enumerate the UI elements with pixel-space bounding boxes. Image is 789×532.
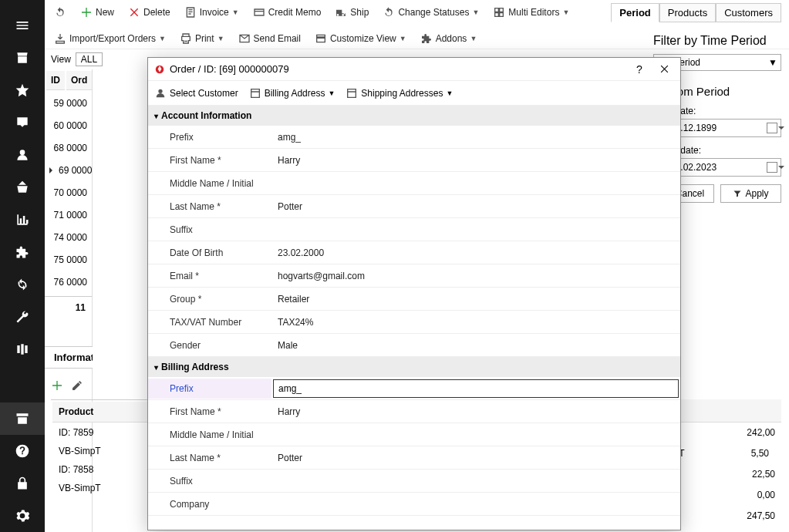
section-account-label: Account Information	[161, 110, 251, 121]
col-id[interactable]: ID	[46, 71, 65, 90]
filter-tabs: Period Products Customers	[611, 3, 781, 22]
help-icon[interactable]	[0, 435, 45, 467]
person-icon[interactable]	[0, 139, 45, 171]
invoice-label: Invoice	[200, 7, 229, 18]
table-row[interactable]: 68 0000	[45, 136, 92, 159]
billing-suffix-label: Suffix	[148, 471, 271, 491]
field-middle-value[interactable]	[271, 179, 680, 188]
print-button[interactable]: Print▼	[177, 31, 228, 46]
app-sidebar	[0, 0, 45, 532]
send-email-button[interactable]: Send Email	[235, 31, 304, 46]
tab-products[interactable]: Products	[659, 3, 716, 22]
field-dob-value[interactable]: 23.02.2000	[271, 243, 680, 263]
billing-middle-value[interactable]	[271, 430, 680, 439]
view-value[interactable]: ALL	[76, 52, 103, 66]
field-last-value[interactable]: Potter	[271, 197, 680, 217]
columns-icon[interactable]	[0, 333, 45, 365]
customize-view-label: Customize View	[330, 33, 396, 44]
field-tax-label: TAX/VAT Number	[148, 312, 271, 332]
chart-icon[interactable]	[0, 204, 45, 236]
app-icon	[154, 64, 165, 75]
billing-prefix-label: Prefix	[148, 379, 271, 399]
close-button[interactable]	[654, 59, 674, 79]
table-row[interactable]: 69 0000	[45, 159, 92, 181]
store-icon[interactable]	[0, 42, 45, 74]
table-row[interactable]: 59 0000	[45, 92, 92, 114]
billing-last-value[interactable]: Potter	[271, 448, 680, 468]
billing-first-value[interactable]: Harry	[271, 402, 680, 422]
archive-icon[interactable]	[0, 402, 45, 435]
section-billing[interactable]: ▾Billing Address	[148, 357, 680, 377]
tab-customers[interactable]: Customers	[716, 3, 781, 22]
new-label: New	[96, 7, 114, 18]
billing-company-value[interactable]	[271, 500, 680, 509]
menu-icon[interactable]	[0, 9, 45, 42]
table-row[interactable]: 71 0000	[45, 204, 92, 226]
gear-icon[interactable]	[0, 500, 45, 532]
field-email-label: Email *	[148, 266, 271, 286]
field-first-label: First Name *	[148, 150, 271, 170]
delete-button[interactable]: Delete	[125, 5, 174, 20]
information-tab[interactable]: Informati	[45, 346, 93, 369]
field-tax-value[interactable]: TAX24%	[271, 312, 680, 332]
send-email-label: Send Email	[254, 33, 301, 44]
filter-title: Filter by Time Period	[653, 34, 781, 48]
field-gender-value[interactable]: Male	[271, 335, 680, 355]
invoice-button[interactable]: Invoice▼	[181, 5, 242, 20]
section-account[interactable]: ▾Account Information	[148, 106, 680, 126]
table-row[interactable]: 75 0000	[45, 248, 92, 271]
view-label: View	[51, 54, 71, 65]
table-row[interactable]: 70 0000	[45, 181, 92, 204]
field-suffix-label: Suffix	[148, 220, 271, 240]
field-prefix-value[interactable]: amg_	[271, 127, 680, 147]
wrench-icon[interactable]	[0, 301, 45, 333]
help-button[interactable]: ?	[629, 59, 649, 79]
credit-memo-button[interactable]: Credit Memo	[250, 5, 325, 20]
order-dialog: Order / ID: [69] 000000079 ? Select Cust…	[147, 57, 681, 530]
change-statuses-button[interactable]: Change Statuses▼	[379, 5, 482, 20]
select-customer-button[interactable]: Select Customer	[154, 87, 238, 99]
chevron-down-icon: ▾	[154, 363, 158, 372]
field-group-label: Group *	[148, 289, 271, 309]
ship-button[interactable]: Ship	[332, 5, 372, 20]
add-icon[interactable]	[51, 379, 63, 392]
print-label: Print	[195, 33, 214, 44]
billing-address-label: Billing Address	[265, 88, 325, 99]
inbox-icon[interactable]	[0, 106, 45, 139]
table-row[interactable]: 60 0000	[45, 114, 92, 136]
billing-suffix-value[interactable]	[271, 476, 680, 486]
billing-prefix-input[interactable]	[273, 379, 679, 398]
import-export-button[interactable]: Import/Export Orders▼	[51, 31, 169, 46]
billing-middle-label: Middle Name / Initial	[148, 425, 271, 445]
edit-icon[interactable]	[71, 379, 83, 392]
basket-icon[interactable]	[0, 171, 45, 204]
chevron-down-icon: ▾	[154, 112, 158, 120]
star-icon[interactable]	[0, 74, 45, 106]
field-first-value[interactable]: Harry	[271, 150, 680, 170]
lock-icon[interactable]	[0, 467, 45, 500]
shipping-addresses-button[interactable]: Shipping Addresses▼	[346, 87, 453, 99]
billing-first-label: First Name *	[148, 402, 271, 422]
field-group-value[interactable]: Retailer	[271, 289, 680, 309]
table-row[interactable]: 74 0000	[45, 226, 92, 248]
multi-editors-button[interactable]: Multi Editors▼	[490, 5, 572, 20]
table-row[interactable]: 76 0000	[45, 271, 92, 293]
field-prefix-label: Prefix	[148, 127, 271, 147]
field-middle-label: Middle Name / Initial	[148, 173, 271, 194]
puzzle-icon[interactable]	[0, 236, 45, 268]
col-order[interactable]: Ord	[66, 71, 92, 90]
sync-icon[interactable]	[0, 268, 45, 301]
refresh-button[interactable]	[51, 5, 69, 20]
shipping-addresses-label: Shipping Addresses	[361, 88, 443, 99]
multi-editors-label: Multi Editors	[508, 7, 559, 18]
new-button[interactable]: New	[77, 5, 117, 20]
customize-view-button[interactable]: Customize View▼	[312, 31, 410, 46]
field-email-value[interactable]: hogvarts@gmail.com	[271, 266, 680, 286]
billing-address-button[interactable]: Billing Address▼	[249, 87, 335, 99]
field-last-label: Last Name *	[148, 197, 271, 217]
addons-button[interactable]: Addons▼	[417, 31, 480, 46]
chevron-down-icon: ▼	[768, 57, 777, 68]
tab-period[interactable]: Period	[611, 3, 659, 22]
billing-last-label: Last Name *	[148, 448, 271, 468]
field-suffix-value[interactable]	[271, 225, 680, 234]
